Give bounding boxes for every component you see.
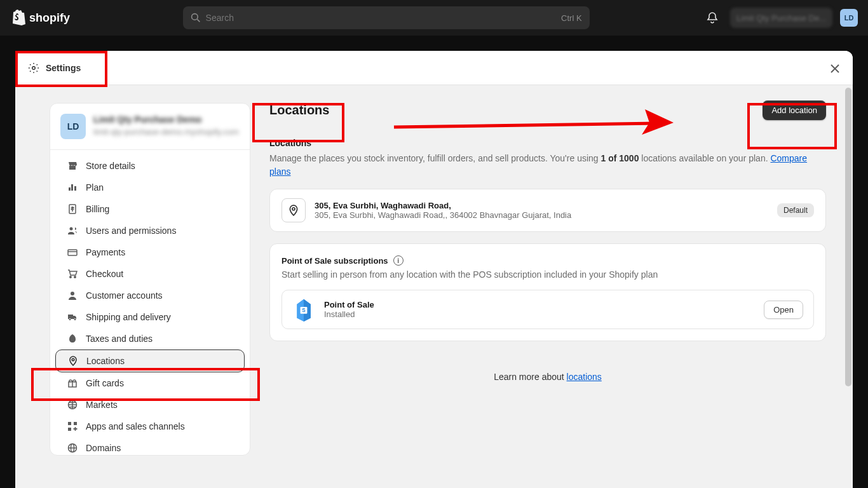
pos-app-name: Point of Sale (324, 300, 755, 309)
svg-point-22 (292, 208, 295, 210)
sidebar-item-plan[interactable]: Plan (55, 177, 245, 198)
locations-help-link[interactable]: locations (567, 372, 602, 382)
sidebar-item-domains[interactable]: Domains (55, 437, 245, 455)
pos-app-icon: S (292, 298, 315, 321)
svg-point-2 (32, 66, 36, 69)
search-input[interactable] (206, 13, 557, 23)
modal-title: Settings (46, 63, 81, 73)
close-icon (831, 64, 839, 73)
customer-icon (67, 290, 78, 301)
store-switcher[interactable]: Limit Qty Purchase De... (730, 8, 832, 28)
svg-point-0 (191, 14, 198, 20)
domains-icon (67, 442, 78, 454)
sidebar-item-checkout[interactable]: Checkout (55, 263, 245, 285)
svg-rect-16 (68, 422, 71, 425)
search-shortcut: Ctrl K (561, 13, 582, 23)
learn-more: Learn more about locations (269, 372, 826, 407)
add-location-button[interactable]: Add location (763, 100, 826, 120)
user-avatar[interactable]: LD (840, 9, 858, 27)
sidebar-item-billing[interactable]: Billing (55, 198, 245, 220)
pos-app-row: S Point of Sale Installed Open (281, 290, 814, 329)
search-box[interactable]: Ctrl K (183, 6, 590, 29)
store-block[interactable]: LD Limit Qty Purchase Demo limit-qty-pur… (50, 104, 250, 150)
sidebar-item-users[interactable]: Users and permissions (55, 220, 245, 241)
pos-app-status: Installed (324, 309, 755, 319)
pos-description: Start selling in person from any locatio… (281, 269, 814, 280)
svg-point-10 (74, 276, 76, 278)
location-card[interactable]: 305, Eva Surbhi, Waghawadi Road, 305, Ev… (269, 189, 826, 232)
sidebar-item-markets[interactable]: Markets (55, 394, 245, 416)
svg-point-11 (71, 292, 74, 295)
svg-rect-7 (68, 250, 77, 255)
notifications-icon[interactable] (702, 8, 722, 28)
sidebar-item-store-details[interactable]: Store details (55, 155, 245, 177)
taxes-icon (67, 333, 78, 344)
section-title: Locations (269, 138, 826, 148)
modal-header: Settings (15, 51, 853, 85)
store-avatar: LD (60, 114, 86, 139)
page-title: Locations (269, 103, 329, 118)
gear-icon (28, 62, 39, 74)
svg-line-1 (197, 19, 200, 22)
default-badge: Default (777, 203, 814, 217)
open-pos-button[interactable]: Open (764, 301, 803, 319)
settings-sidebar: LD Limit Qty Purchase Demo limit-qty-pur… (50, 103, 250, 456)
location-title: 305, Eva Surbhi, Waghawadi Road, (315, 201, 768, 210)
sidebar-item-locations[interactable]: Locations (55, 349, 245, 372)
shopify-logo[interactable]: shopify (10, 9, 70, 27)
sidebar-item-customer-accounts[interactable]: Customer accounts (55, 285, 245, 306)
store-icon (67, 160, 78, 172)
shipping-icon (67, 311, 78, 323)
settings-breadcrumb: Settings (28, 62, 81, 74)
location-pin-icon (281, 198, 306, 222)
svg-point-9 (70, 276, 71, 278)
info-icon[interactable]: i (393, 255, 403, 266)
gift-icon (67, 377, 78, 389)
close-button[interactable] (827, 61, 843, 76)
location-icon (67, 355, 79, 367)
main-content: Locations Add location Locations Manage … (250, 85, 853, 488)
topbar: shopify Ctrl K Limit Qty Purchase De... … (0, 0, 868, 36)
pos-heading: Point of Sale subscriptions (281, 256, 388, 266)
sidebar-item-payments[interactable]: Payments (55, 241, 245, 263)
brand-text: shopify (29, 11, 70, 25)
users-icon (67, 225, 78, 236)
checkout-icon (67, 268, 78, 280)
payments-icon (67, 247, 78, 258)
location-address: 305, Eva Surbhi, Waghawadi Road,, 364002… (315, 210, 768, 220)
billing-icon (67, 203, 78, 215)
svg-rect-18 (68, 428, 71, 431)
apps-icon (67, 421, 78, 432)
store-info: Limit Qty Purchase Demo limit-qty-purcha… (93, 114, 239, 139)
sidebar-item-taxes[interactable]: Taxes and duties (55, 328, 245, 349)
settings-nav: Store details Plan Billing Users and per… (50, 150, 250, 455)
sidebar-item-gift-cards[interactable]: Gift cards (55, 372, 245, 394)
svg-point-12 (72, 358, 74, 361)
search-icon (191, 13, 201, 23)
markets-icon (67, 399, 78, 410)
sidebar-item-apps[interactable]: Apps and sales channels (55, 416, 245, 437)
sidebar-item-shipping[interactable]: Shipping and delivery (55, 306, 245, 328)
svg-rect-17 (74, 422, 77, 425)
settings-modal: Settings LD Limit Qty Purchase Demo limi… (15, 51, 853, 488)
section-description: Manage the places you stock inventory, f… (269, 152, 826, 179)
svg-text:S: S (302, 308, 306, 313)
svg-point-6 (70, 227, 73, 231)
pos-card: Point of Sale subscriptions i Start sell… (269, 243, 826, 341)
plan-icon (67, 182, 78, 193)
